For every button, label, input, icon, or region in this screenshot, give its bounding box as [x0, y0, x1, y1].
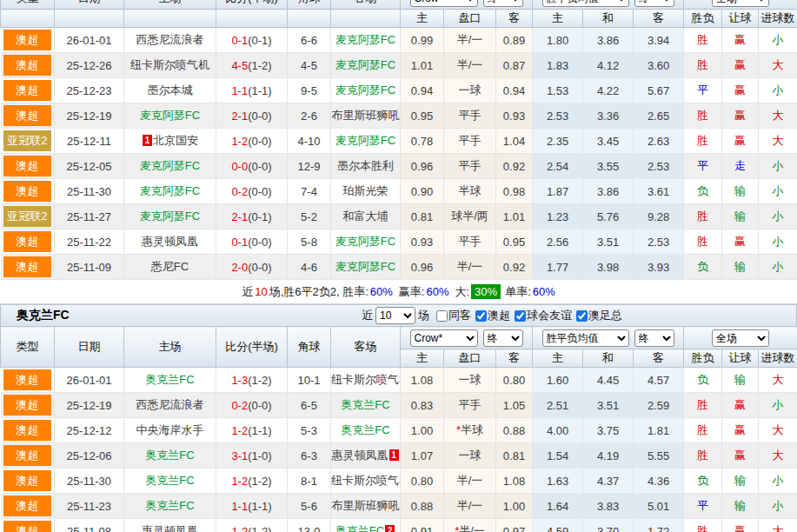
avg-home-odds-cell: 1.83 [533, 53, 583, 78]
home-team-cell: 惠灵顿凤凰 [124, 229, 216, 255]
a-league-checkbox[interactable] [475, 310, 487, 322]
score-cell: 2-0(0-0) [216, 255, 288, 280]
crow-final-select[interactable]: 终 [483, 329, 523, 347]
subheader-result: 胜负 [684, 10, 722, 28]
crow-company-select[interactable]: Crow* [410, 0, 478, 7]
handicap-text: 一球 [459, 449, 482, 462]
avg-home-odds-cell: 2.51 [533, 393, 583, 418]
league-badge: 澳超 [3, 470, 52, 491]
corners-cell: 5-6 [288, 494, 331, 519]
handicap-cell: 平手 [444, 393, 496, 418]
fulltime-score: 0-2 [231, 185, 248, 198]
league-cell: 澳超 [1, 443, 55, 469]
avg-home-odds-cell: 4.00 [533, 418, 583, 443]
team-name-text: 麦克阿瑟FC [335, 260, 395, 273]
date-cell: 26-01-01 [55, 368, 124, 393]
same-away-checkbox[interactable] [436, 310, 448, 322]
corners-cell: 6-3 [288, 443, 331, 469]
score-cell: 0-2(0-0) [216, 179, 288, 204]
goals-result-cell: 小 [759, 393, 797, 418]
home-team-cell: 1北京国安 [124, 129, 216, 154]
avg-away-odds-cell: 2.53 [634, 229, 684, 255]
date-cell: 25-12-26 [55, 53, 124, 78]
corners-cell: 4-10 [288, 129, 331, 154]
fulltime-score: 2-1 [231, 210, 248, 223]
team-name-text: 奥克兰FC [145, 449, 194, 462]
crow-home-odds-cell: 0.91 [401, 519, 444, 532]
crow-company-select[interactable]: Crow* [410, 329, 478, 347]
scope-select[interactable]: 全场 [712, 0, 769, 7]
date-cell: 25-11-27 [55, 204, 124, 229]
filter-label: 澳超 [488, 308, 510, 323]
goals-result-cell: 小 [759, 469, 797, 494]
team-name-text: 惠灵顿凤凰 [142, 524, 198, 532]
avg-draw-odds-cell: 4.19 [583, 443, 634, 469]
red-card-badge: 1 [143, 135, 152, 146]
column-header-corner: 角球 [288, 0, 331, 10]
crow-away-odds-cell: 0.89 [496, 28, 533, 53]
avg-final-select[interactable]: 终 [634, 329, 674, 347]
team-name-text: 和富大埔 [343, 209, 389, 223]
crow-home-odds-cell: 1.08 [401, 368, 444, 393]
fulltime-score: 0-0 [231, 160, 248, 173]
handicap-result-cell: 赢 [722, 443, 759, 469]
near-count-select[interactable]: 10 [375, 307, 415, 324]
team-name-text: 麦克阿瑟FC [335, 134, 395, 147]
halftime-score: (1-2) [248, 59, 271, 72]
handicap-cell: 平手 [444, 229, 496, 255]
away-team-name: 麦克阿瑟FC [335, 58, 395, 71]
scope-header: 全场 [684, 0, 797, 10]
filter-label: 球会友谊 [527, 308, 572, 323]
corners-cell: 12-9 [288, 154, 331, 179]
home-team-cell: 奥克兰FC [124, 469, 216, 494]
subheader-handicap: 盘口 [444, 10, 496, 28]
crow-odds-header: Crow* 终 [401, 0, 533, 10]
summary-big-label: 大: [455, 284, 469, 300]
score-cell: 0-1(0-0) [216, 229, 288, 255]
corners-cell: 5-8 [288, 229, 331, 255]
home-team-cell: 麦克阿瑟FC [124, 204, 216, 229]
subheader-goals: 进球数 [759, 349, 797, 368]
fulltime-score: 1-1 [231, 84, 248, 97]
club-friendly-checkbox[interactable] [515, 310, 526, 322]
goals-result-cell: 小 [759, 255, 797, 280]
handicap-cell: 半/一 [444, 255, 496, 280]
handicap-cell: 半/一 [444, 494, 496, 519]
team-name-text: 惠灵顿凤凰 [142, 235, 198, 248]
corners-cell: 5-2 [288, 204, 331, 229]
crow-final-select[interactable]: 终 [483, 0, 523, 7]
halftime-score: (1-2) [248, 374, 271, 387]
avg-final-select[interactable]: 终 [634, 0, 674, 7]
handicap-text: 半/一 [459, 524, 485, 532]
crow-home-odds-cell: 1.00 [401, 418, 444, 443]
crow-home-odds-cell: 0.99 [401, 28, 444, 53]
corners-cell: 13-0 [288, 519, 331, 532]
home-team-name: 奥克兰FC [145, 373, 194, 386]
ffa-cup-checkbox[interactable] [576, 310, 588, 322]
away-team-name: 布里斯班狮吼 [332, 499, 400, 512]
home-team-name: 麦克阿瑟FC [140, 159, 200, 172]
crow-away-odds-cell: 1.05 [496, 393, 533, 418]
avg-draw-odds-cell: 4.37 [583, 469, 634, 494]
avg-odds-select[interactable]: 胜平负均值 [542, 0, 629, 7]
league-badge: 澳超 [3, 231, 52, 252]
scope-select[interactable]: 全场 [712, 329, 769, 347]
crow-home-odds-cell: 0.80 [401, 469, 444, 494]
result-cell: 负 [684, 179, 722, 204]
column-header-home: 主场 [124, 0, 216, 10]
home-team-name: 麦克阿瑟FC [140, 209, 200, 223]
avg-home-odds-cell: 2.35 [533, 129, 583, 154]
score-cell: 1-3(1-2) [216, 368, 288, 393]
avg-away-odds-cell: 3.93 [634, 255, 684, 280]
avg-odds-select[interactable]: 胜平负均值 [542, 329, 629, 347]
handicap-text: 平手 [459, 235, 482, 248]
score-cell: 4-5(1-2) [216, 53, 288, 78]
away-team-cell: 麦克阿瑟FC [331, 255, 401, 280]
away-team-name: 奥克兰FC [341, 398, 389, 411]
away-team-cell: 麦克阿瑟FC [331, 28, 401, 53]
summary-win-rate: 60% [370, 285, 393, 298]
handicap-result-cell: 输 [722, 469, 759, 494]
avg-away-odds-cell: 3.94 [634, 28, 684, 53]
fulltime-score: 4-5 [231, 59, 248, 72]
date-cell: 25-12-06 [55, 443, 124, 469]
